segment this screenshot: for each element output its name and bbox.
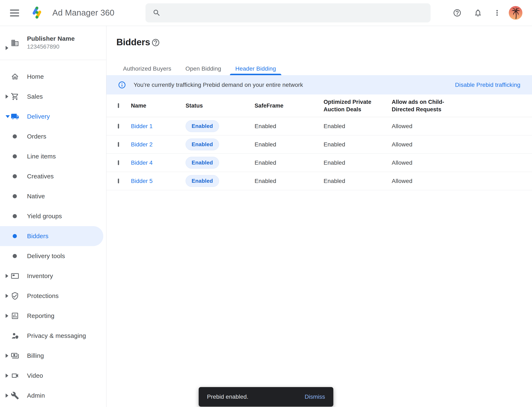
sidebar-item-label: Yield groups [27,213,62,220]
sidebar-item-video[interactable]: Video [0,366,106,386]
search-icon [153,9,161,17]
tab-bar: Authorized Buyers Open Bidding Header Bi… [106,62,532,75]
page-title-help-icon[interactable] [151,38,161,47]
bullet-icon [13,174,17,178]
table-body: Bidder 1 Enabled Enabled Enabled Allowed… [106,117,532,190]
sidebar-item-admin[interactable]: Admin [0,386,106,406]
notifications-bell-icon[interactable] [473,8,483,18]
bidders-table: Name Status SafeFrame Optimized Private … [106,94,532,190]
app-title: Ad Manager 360 [52,8,114,18]
row-checkbox[interactable] [118,124,119,129]
cart-icon [11,92,19,101]
column-header-child-directed: Allow ads on Child-Directed Requests [392,98,454,113]
publisher-switcher[interactable]: Publisher Name 1234567890 [0,26,106,60]
row-checkbox[interactable] [118,142,119,147]
search-bar[interactable] [145,3,431,23]
sidebar-item-label: Bidders [27,233,48,240]
row-checkbox[interactable] [118,179,119,183]
inventory-icon [11,272,19,280]
safeframe-value: Enabled [255,159,323,166]
sidebar-item-bidders[interactable]: Bidders [0,226,103,246]
page-title: Bidders [116,37,150,47]
more-options-kebab-icon[interactable] [492,8,502,18]
expand-caret-icon [6,374,8,378]
expand-caret-icon [6,294,8,298]
toast-dismiss-button[interactable]: Dismiss [300,391,330,403]
row-checkbox[interactable] [118,160,119,165]
account-avatar[interactable] [509,6,523,20]
table-header-row: Name Status SafeFrame Optimized Private … [106,94,532,117]
column-header-safeframe: SafeFrame [255,102,323,110]
expand-caret-icon [6,274,8,278]
expand-caret-icon [6,314,8,318]
billing-icon [11,352,19,360]
bullet-icon [13,154,17,158]
tab-authorized-buyers[interactable]: Authorized Buyers [116,62,178,75]
info-icon [118,81,126,89]
bidder-name-link[interactable]: Bidder 5 [131,178,153,184]
optimized-private-auction-deals-value: Enabled [323,141,392,148]
disable-prebid-trafficking-button[interactable]: Disable Prebid trafficking [455,82,520,88]
bullet-icon [13,194,17,198]
sidebar-item-label: Inventory [27,273,53,280]
bullet-icon [13,214,17,218]
bidder-name-link[interactable]: Bidder 2 [131,141,153,148]
sidebar: Publisher Name 1234567890 Home Sales Del… [0,26,106,407]
menu-hamburger-icon[interactable] [10,8,20,18]
status-badge: Enabled [185,139,219,150]
sidebar-item-label: Delivery tools [27,252,65,259]
publisher-expand-caret-icon[interactable] [6,46,8,50]
toast-message: Prebid enabled. [207,393,248,400]
sidebar-item-delivery-tools[interactable]: Delivery tools [0,246,106,266]
optimized-private-auction-deals-value: Enabled [323,159,392,166]
sidebar-item-delivery[interactable]: Delivery [0,107,106,126]
column-header-optimized-private-auction-deals: Optimized Private Auction Deals [323,98,392,113]
sidebar-item-inventory[interactable]: Inventory [0,266,106,286]
tab-header-bidding[interactable]: Header Bidding [228,62,283,75]
sidebar-nav: Home Sales Delivery Orders Line items Cr… [0,60,106,406]
sidebar-item-creatives[interactable]: Creatives [0,166,106,186]
sidebar-item-label: Video [27,372,43,379]
home-icon [11,72,19,81]
sidebar-item-label: Billing [27,352,44,359]
expand-caret-icon [6,354,8,358]
sidebar-item-line-items[interactable]: Line items [0,146,106,166]
help-icon[interactable] [452,8,462,18]
collapse-caret-icon [6,115,10,118]
tab-open-bidding[interactable]: Open Bidding [178,62,228,75]
bullet-icon [13,134,17,139]
sidebar-item-label: Privacy & messaging [27,332,86,339]
sidebar-item-sales[interactable]: Sales [0,86,106,107]
sidebar-item-label: Native [27,193,45,200]
sidebar-item-billing[interactable]: Billing [0,346,106,366]
sidebar-item-label: Home [27,73,44,80]
video-icon [11,371,19,380]
bidder-name-link[interactable]: Bidder 4 [131,159,153,166]
sidebar-item-privacy-messaging[interactable]: Privacy & messaging [0,326,106,346]
sidebar-item-protections[interactable]: Protections [0,286,106,306]
safeframe-value: Enabled [255,178,323,184]
sidebar-item-home[interactable]: Home [0,67,106,86]
bidder-name-link[interactable]: Bidder 1 [131,123,153,129]
sidebar-item-yield-groups[interactable]: Yield groups [0,206,106,226]
bullet-icon [13,254,17,258]
child-directed-value: Allowed [392,141,532,148]
sidebar-item-label: Delivery [27,113,50,120]
sidebar-item-orders[interactable]: Orders [0,126,106,146]
privacy-icon [11,332,19,340]
sidebar-item-native[interactable]: Native [0,186,106,206]
column-header-name: Name [131,102,185,110]
toast-snackbar: Prebid enabled. Dismiss [199,387,333,407]
select-all-checkbox[interactable] [118,103,119,108]
column-header-status: Status [185,102,255,110]
search-input[interactable] [166,3,424,23]
safeframe-value: Enabled [255,141,323,148]
tab-label: Authorized Buyers [123,65,171,72]
publisher-id: 1234567890 [27,43,59,50]
sidebar-item-label: Creatives [27,173,54,180]
optimized-private-auction-deals-value: Enabled [323,178,392,184]
expand-caret-icon [6,393,8,398]
sidebar-item-reporting[interactable]: Reporting [0,306,106,326]
publisher-name: Publisher Name [27,35,75,42]
app-header: Ad Manager 360 [0,0,532,26]
